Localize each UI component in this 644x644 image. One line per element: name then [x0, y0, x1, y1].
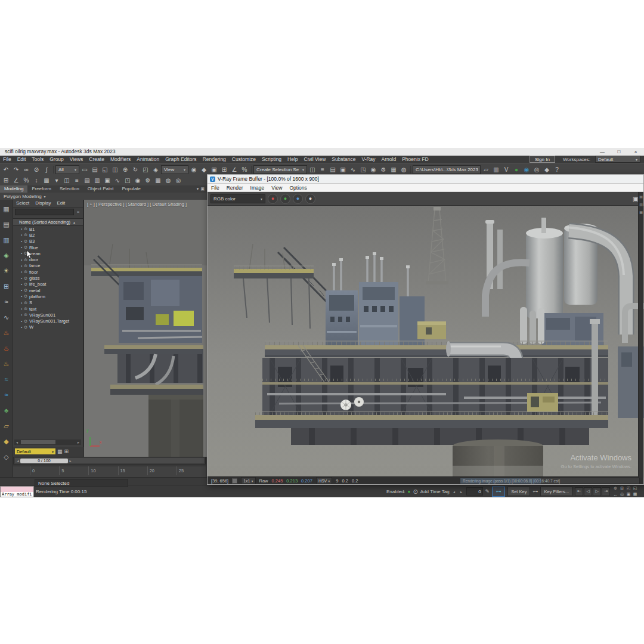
green-channel-toggle[interactable]: ●	[280, 194, 290, 204]
vfb-menu-item[interactable]: Options	[286, 184, 311, 191]
sign-in-button[interactable]: Sign In	[530, 156, 555, 163]
render-setup-icon[interactable]: ⚙	[143, 175, 153, 185]
current-frame-field[interactable]: 0	[466, 487, 483, 496]
list-item[interactable]: ▪ ⊙ B3	[13, 239, 83, 244]
particle-view-icon[interactable]: ⊞	[0, 281, 13, 292]
vfb-title-bar[interactable]: V V-Ray Frame Buffer - [100.0% of 1600 x…	[208, 175, 643, 184]
select-by-name-icon[interactable]: ▤	[90, 165, 100, 174]
vfb-menu-item[interactable]: File	[208, 184, 223, 191]
menu-item[interactable]: Edit	[14, 156, 29, 163]
menu-item[interactable]: Tools	[29, 156, 47, 163]
mute-toggle-icon[interactable]: ⊙	[413, 488, 417, 495]
percent-snap-icon[interactable]: %	[21, 175, 31, 185]
vray-frame-buffer-window[interactable]: V V-Ray Frame Buffer - [100.0% of 1600 x…	[207, 174, 644, 485]
ribbon-tab[interactable]: Populate	[117, 185, 145, 193]
material-editor-icon[interactable]: ◉	[133, 175, 143, 185]
set-keys-button[interactable]: ⊶	[492, 487, 505, 497]
edit-keys-icon[interactable]: ✎	[485, 488, 490, 494]
previous-frame-icon[interactable]: ◂	[16, 459, 20, 463]
select-and-link-icon[interactable]: ∞	[21, 165, 31, 174]
menu-item[interactable]: Arnold	[379, 156, 400, 163]
keyboard-shortcut-icon[interactable]: ▣	[209, 165, 219, 174]
history-panel-toggle[interactable]: ▤	[639, 194, 643, 199]
minimize-button[interactable]: —	[594, 148, 611, 156]
select-object-icon[interactable]: ▭	[80, 165, 89, 174]
motion-mixer-icon[interactable]: ≈	[0, 296, 13, 307]
menu-item[interactable]: Substance	[329, 156, 358, 163]
render-production-icon[interactable]: ◍	[163, 175, 173, 185]
track-bar[interactable]: 0510152025	[13, 466, 206, 477]
asset-library-icon[interactable]: ▥	[491, 165, 501, 174]
render-iterative-icon[interactable]: ◎	[174, 175, 183, 185]
viewport-config-button[interactable]: ▦	[632, 492, 638, 497]
vfb-menu-item[interactable]: Image	[247, 184, 268, 191]
pan-button[interactable]: ↔	[612, 492, 618, 497]
phoenix-ocean-icon[interactable]: ≈	[0, 389, 13, 400]
mirror-icon[interactable]: ◫	[308, 165, 317, 174]
visibility-eye-icon[interactable]: ⊙	[24, 282, 27, 287]
quick-render-icon[interactable]: ◍	[399, 165, 408, 174]
blue-channel-toggle[interactable]: ●	[293, 194, 303, 204]
visibility-eye-icon[interactable]: ⊙	[24, 264, 27, 268]
percent-snap-icon[interactable]: %	[240, 165, 249, 174]
phoenix-smoke-icon[interactable]: ♨	[0, 358, 13, 369]
list-item[interactable]: ▪ ⊙ door	[13, 256, 83, 262]
list-item[interactable]: ▪ ⊙ VRaySun001.Target	[13, 318, 83, 324]
zoom-all-button[interactable]: ⊞	[619, 486, 625, 491]
explorer-menu-item[interactable]: Edit	[54, 200, 68, 207]
layer-explorer-icon[interactable]: ▤	[328, 165, 338, 174]
redo-icon[interactable]: ↷	[11, 165, 21, 174]
menu-item[interactable]: File	[0, 156, 14, 163]
angle-snap-icon[interactable]: ∠	[11, 175, 21, 185]
curve-editor-icon[interactable]: ∿	[113, 175, 122, 185]
go-to-start-button[interactable]: ⇤	[575, 487, 583, 496]
srgb-toggle[interactable]: ●	[305, 194, 315, 204]
menu-item[interactable]: Graph Editors	[162, 156, 199, 163]
explorer-menu-item[interactable]: Select	[13, 200, 32, 207]
rendered-frame-icon[interactable]: ▦	[389, 165, 398, 174]
visibility-eye-icon[interactable]: ⊙	[24, 325, 27, 330]
use-pivot-center-icon[interactable]: ◉	[189, 165, 199, 174]
visibility-eye-icon[interactable]: ⊙	[24, 306, 27, 311]
close-button[interactable]: ×	[627, 148, 644, 156]
log-panel-toggle[interactable]: ▦	[639, 210, 643, 214]
list-item[interactable]: ▪ ⊙ life_boat	[13, 281, 83, 287]
sets-edit-icon[interactable]: ⊞	[64, 448, 69, 454]
snaps-toggle-icon[interactable]: ⊞	[219, 165, 229, 174]
visibility-eye-icon[interactable]: ⊙	[24, 312, 27, 317]
list-item[interactable]: ▪ ⊙ floor	[13, 269, 83, 275]
ribbon-tab[interactable]: Modeling	[0, 185, 27, 193]
named-selection-sets-icon[interactable]: ▦	[42, 175, 51, 185]
window-crossing-icon[interactable]: ◫	[110, 165, 120, 174]
ribbon-toggle-icon[interactable]: ▣	[103, 175, 112, 185]
explorer-column-header[interactable]: Name (Sorted Ascending) ▲	[13, 218, 83, 226]
named-sets-list-icon[interactable]: ▾	[52, 175, 61, 185]
list-item[interactable]: ▪ ⊙ B2	[13, 232, 83, 238]
light-explorer-icon[interactable]: ☀	[0, 265, 13, 276]
workspaces-dropdown[interactable]: Default ▾	[595, 156, 640, 163]
list-item[interactable]: ▪ ⊙ crean	[13, 250, 83, 256]
add-time-tag[interactable]: Add Time Tag	[420, 489, 450, 494]
ribbon-tab[interactable]: Freeform	[27, 185, 55, 193]
select-and-move-icon[interactable]: ⊕	[120, 165, 130, 174]
list-item[interactable]: ▪ ⊙ text	[13, 306, 83, 312]
scene-explorer-toggle-icon[interactable]: ▤	[82, 175, 92, 185]
orbit-button[interactable]: ◎	[619, 492, 625, 497]
vfb-menu-item[interactable]: View	[268, 184, 286, 191]
align-icon[interactable]: ≡	[318, 165, 327, 174]
scene-explorer-icon[interactable]: ▤	[0, 219, 13, 230]
scroll-right-icon[interactable]: ▸	[76, 440, 81, 444]
menu-item[interactable]: Animation	[134, 156, 162, 163]
project-path-field[interactable]: C:\Users\Hb\...\3ds Max 2023	[413, 165, 481, 174]
polygon-modeling-tab[interactable]: Polygon Modeling	[0, 194, 42, 199]
schematic-view-icon[interactable]: ◳	[358, 165, 368, 174]
railclone-icon[interactable]: ▱	[0, 420, 13, 431]
menu-item[interactable]: Phoenix FD	[399, 156, 431, 163]
visibility-eye-icon[interactable]: ⊙	[24, 319, 27, 324]
reference-coordinate-dropdown[interactable]: View ▾	[161, 165, 188, 174]
viewport-label[interactable]: [ + ] [ Perspective ] [ Standard ] [ Def…	[87, 202, 187, 207]
project-folder-icon[interactable]: ▱	[481, 165, 491, 174]
help-icon[interactable]: ?	[552, 165, 562, 174]
zoom-button[interactable]: ⊕	[612, 486, 618, 491]
menu-item[interactable]: Customize	[229, 156, 259, 163]
